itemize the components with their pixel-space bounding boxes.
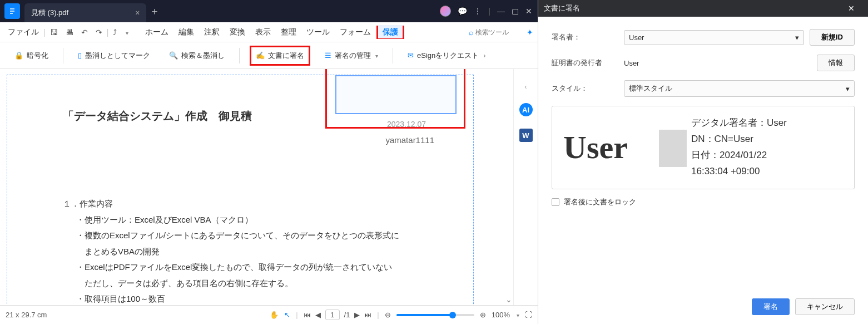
- doc-date: 2023.12.07: [387, 120, 426, 129]
- signer-value: User: [629, 33, 644, 42]
- page-navigator: ⏮ ◀ 1 /1 ▶ ⏭: [304, 310, 372, 320]
- tab-view[interactable]: 表示: [251, 25, 275, 40]
- sparkle-icon[interactable]: ✦: [527, 28, 533, 37]
- sign-document-button[interactable]: ✍文書に署名: [250, 46, 310, 66]
- scroll-down-icon[interactable]: ⌄: [505, 295, 512, 304]
- kebab-icon[interactable]: ⋮: [474, 7, 482, 16]
- dialog-footer: 署名 キャンセル: [538, 289, 868, 324]
- menubar: ファイル | 🖫 🖶 ↶ ↷ | ⤴ ホーム 編集 注釈 変換 表示 整理 ツー…: [0, 22, 538, 42]
- print-icon[interactable]: 🖶: [62, 26, 77, 39]
- checkbox-icon[interactable]: [552, 198, 559, 206]
- undo-icon[interactable]: ↶: [78, 26, 91, 39]
- page-dimensions: 21 x 29.7 cm: [6, 311, 47, 319]
- search-tools[interactable]: ⌕: [469, 28, 520, 37]
- chevron-down-icon: ▾: [795, 33, 799, 42]
- collapse-icon[interactable]: ‹: [524, 82, 527, 91]
- tab-title: 見積 (3).pdf: [31, 8, 68, 18]
- minimize-icon[interactable]: —: [497, 7, 505, 16]
- zoom-in-icon[interactable]: ⊕: [480, 311, 486, 319]
- body-line: ・複数のExcelファイル/シートにあるデータについて、そのデータをひとつの表形…: [63, 228, 418, 244]
- signature-preview: User デジタル署名者：User DN：CN=User 日付：2024/01/…: [552, 106, 855, 189]
- body-line: ただし、データは必ず、ある項目名の右側に存在する。: [63, 276, 418, 292]
- cancel-button[interactable]: キャンセル: [795, 298, 855, 315]
- style-select[interactable]: 標準スタイル ▾: [624, 80, 855, 97]
- redact-mark-button[interactable]: ▯墨消しとしてマーク: [73, 47, 155, 64]
- menu-file[interactable]: ファイル: [4, 25, 42, 40]
- titlebar: 見積 (3).pdf × ＋ 💬 ⋮ | — ▢ ✕: [0, 0, 538, 22]
- manage-signature-button[interactable]: ☰署名の管理: [320, 47, 383, 64]
- signer-label: 署名者：: [552, 32, 618, 42]
- document-tab[interactable]: 見積 (3).pdf ×: [24, 3, 146, 22]
- tab-home[interactable]: ホーム: [141, 25, 173, 40]
- zoom-out-icon[interactable]: ⊖: [385, 311, 391, 319]
- new-tab-button[interactable]: ＋: [146, 4, 163, 18]
- preview-name: User: [563, 129, 686, 166]
- body-line: ・使用ツール：Excel及びExcel VBA（マクロ）: [63, 212, 418, 228]
- tab-edit[interactable]: 編集: [174, 25, 199, 40]
- close-tab-icon[interactable]: ×: [135, 8, 140, 17]
- encrypt-button[interactable]: 🔒暗号化: [10, 47, 53, 64]
- doc-author: yamatar1111: [385, 135, 434, 145]
- pdf-page: 2023.12.07 yamatar1111 「データ結合システム」作成 御見積…: [7, 75, 474, 305]
- tab-convert[interactable]: 変換: [225, 25, 250, 40]
- fullscreen-icon[interactable]: ⛶: [525, 311, 532, 319]
- chat-icon[interactable]: 💬: [458, 7, 467, 16]
- tab-annotate[interactable]: 注釈: [200, 25, 224, 40]
- dialog-title: 文書に署名: [544, 3, 580, 13]
- body-line: ・ExcelはPDFファイルをExcel変換したもので、取得データの列が統一され…: [63, 259, 418, 276]
- user-avatar[interactable]: [440, 6, 451, 17]
- signer-select[interactable]: User ▾: [624, 30, 804, 45]
- close-window-icon[interactable]: ✕: [525, 7, 532, 16]
- dialog-close-icon[interactable]: ✕: [840, 4, 862, 13]
- tab-form[interactable]: フォーム: [335, 25, 375, 40]
- esign-request-button[interactable]: ✉eSignをリクエスト›: [403, 47, 490, 64]
- tab-tools[interactable]: ツール: [302, 25, 334, 40]
- select-tool-icon[interactable]: ↖: [284, 311, 290, 319]
- redo-icon[interactable]: ↷: [92, 26, 106, 39]
- app-icon[interactable]: [4, 3, 20, 19]
- preview-details: デジタル署名者：User DN：CN=User 日付：2024/01/22 16…: [691, 115, 787, 180]
- page-number[interactable]: 1: [325, 310, 340, 320]
- search-input[interactable]: [475, 28, 520, 36]
- zoom-slider[interactable]: [396, 314, 474, 316]
- manage-sign-icon: ☰: [325, 51, 331, 60]
- section-heading: １．作業内容: [63, 196, 418, 212]
- page-area[interactable]: 2023.12.07 yamatar1111 「データ結合システム」作成 御見積…: [0, 69, 513, 305]
- dialog-titlebar: 文書に署名 ✕: [538, 0, 868, 17]
- content-area: 2023.12.07 yamatar1111 「データ結合システム」作成 御見積…: [0, 69, 538, 305]
- next-page-icon[interactable]: ▶: [354, 311, 360, 319]
- sign-button[interactable]: 署名: [752, 298, 790, 315]
- redact-icon: ▯: [78, 51, 82, 60]
- zoom-value[interactable]: 100%: [492, 311, 510, 319]
- prev-page-icon[interactable]: ◀: [315, 311, 321, 319]
- doc-body: １．作業内容 ・使用ツール：Excel及びExcel VBA（マクロ） ・複数の…: [63, 196, 418, 305]
- lock-after-sign[interactable]: 署名後に文書をロック: [552, 197, 855, 207]
- style-label: スタイル：: [552, 84, 618, 94]
- new-id-button[interactable]: 新規ID: [810, 29, 855, 46]
- body-line: ・取得項目は100～数百: [63, 291, 418, 305]
- save-icon[interactable]: 🖫: [47, 26, 61, 39]
- chevron-down-icon: ▾: [846, 85, 850, 93]
- protect-toolbar: 🔒暗号化 ▯墨消しとしてマーク 🔍検索＆墨消し ✍文書に署名 ☰署名の管理 ✉e…: [0, 42, 538, 69]
- lock-icon: 🔒: [14, 51, 23, 60]
- info-button[interactable]: 情報: [817, 55, 855, 71]
- share-menu[interactable]: [121, 26, 132, 39]
- hand-tool-icon[interactable]: ✋: [270, 311, 279, 319]
- search-redact-button[interactable]: 🔍検索＆墨消し: [165, 47, 229, 64]
- maximize-icon[interactable]: ▢: [512, 7, 519, 16]
- signature-field[interactable]: [335, 75, 457, 114]
- first-page-icon[interactable]: ⏮: [304, 311, 311, 319]
- search-redact-icon: 🔍: [169, 51, 178, 60]
- style-value: 標準スタイル: [629, 84, 672, 94]
- share-icon[interactable]: ⤴: [110, 26, 120, 39]
- signature-icon: ✍: [256, 51, 265, 60]
- statusbar: 21 x 29.7 cm ✋ ↖ | ⏮ ◀ 1 /1 ▶ ⏭ | ⊖ ⊕ 10…: [0, 305, 538, 324]
- last-page-icon[interactable]: ⏭: [364, 311, 371, 319]
- lock-label: 署名後に文書をロック: [564, 197, 636, 207]
- issuer-value: User: [624, 59, 811, 67]
- body-line: まとめるVBAの開発: [63, 244, 418, 260]
- tab-organize[interactable]: 整理: [276, 25, 301, 40]
- tab-protect[interactable]: 保護: [378, 25, 403, 38]
- word-badge-icon[interactable]: W: [519, 129, 533, 142]
- ai-badge-icon[interactable]: AI: [519, 103, 533, 116]
